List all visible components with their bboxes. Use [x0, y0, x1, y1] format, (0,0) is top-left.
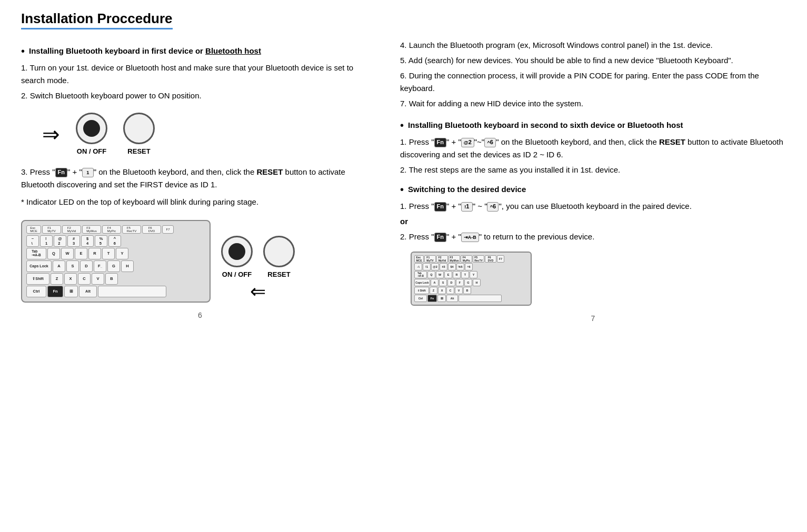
- s-g-key: G: [464, 279, 472, 286]
- s-f3-key: F3MyMus: [449, 255, 460, 263]
- section1-header-text: Installing Bluetooth keyboard in first d…: [29, 46, 261, 55]
- r-key: R: [88, 248, 101, 259]
- s-f4-key: F4MyPic: [461, 255, 472, 263]
- keyboard-img-left: EscMCE F1MyTV F2MyVid F3MyMus F4MyPic F5…: [21, 220, 211, 303]
- s-f6-key: F6DVD: [485, 255, 496, 263]
- onoff-button-bottom: ON / OFF: [221, 236, 253, 278]
- onoff-diagram-bottom-left: ON / OFF RESET ⇐: [221, 236, 295, 303]
- d-key: D: [80, 260, 93, 272]
- keyboard-illustration-right: EscMCE F1MyTV F2MyVid F3MyMus F4MyPic F5…: [411, 252, 786, 306]
- num1-key-s3: !1: [461, 202, 473, 212]
- s-h-key: H: [473, 279, 481, 286]
- f-key: F_: [94, 260, 106, 272]
- s-t-key: T: [461, 271, 469, 278]
- page-container: Installation Proccedure • Installing Blu…: [21, 11, 786, 323]
- main-layout: • Installing Bluetooth keyboard in first…: [21, 39, 786, 323]
- steps-4-7: 4. Launch the Bluetooth program (ex, Mic…: [400, 39, 786, 110]
- num3-key: #3: [67, 235, 80, 247]
- num2-key-s2: @2: [461, 138, 474, 147]
- reset-circle-bottom: [263, 236, 295, 267]
- s-num6-key: ^6: [465, 263, 473, 270]
- f1-key: F1MyTV: [42, 225, 61, 234]
- s-fn-key: Fn: [427, 295, 437, 302]
- onoff-inner-bottom: [228, 243, 245, 260]
- onoff-circle-inner: [83, 120, 100, 137]
- arrow-left-icon: ⇐: [250, 280, 266, 303]
- s-alt-key: Alt: [446, 295, 458, 302]
- s-num5-key: %5: [456, 263, 464, 270]
- reset-circle-top: [123, 113, 155, 144]
- onoff-outer-bottom: [221, 236, 253, 267]
- x-key: X: [64, 273, 77, 285]
- g-key: G: [107, 260, 120, 272]
- reset-label-top: RESET: [127, 147, 150, 155]
- v-key: V: [92, 273, 104, 285]
- section1-header: • Installing Bluetooth keyboard in first…: [21, 46, 379, 57]
- fn-key-s3-2: Fn: [434, 233, 446, 242]
- q-key: Q: [47, 248, 60, 259]
- num5-key: %5: [95, 235, 107, 247]
- f3-key: F3MyMus: [82, 225, 101, 234]
- fn-key-s3-1: Fn: [434, 202, 446, 212]
- reset-button-top: RESET: [123, 113, 155, 155]
- f2-key: F2MyVid: [62, 225, 81, 234]
- reset-button-bottom: RESET: [263, 236, 295, 278]
- s-f1-key: F1MyTV: [424, 255, 436, 263]
- page-title: Installation Proccedure: [21, 11, 173, 29]
- s-key: S: [66, 260, 79, 272]
- s-y-key: Y: [470, 271, 477, 278]
- caps-lock-key: Caps Lock: [26, 260, 52, 272]
- left-column: • Installing Bluetooth keyboard in first…: [21, 39, 379, 323]
- s-c-key: C: [446, 287, 454, 294]
- s-ctrl-key: Ctrl: [414, 295, 427, 302]
- onoff-label-top: ON / OFF: [77, 147, 106, 155]
- a-key: A: [53, 260, 65, 272]
- onoff-label-bottom: ON / OFF: [222, 270, 252, 278]
- fn-key-s2-1: Fn: [434, 138, 446, 147]
- s-caps-key: Caps Lock: [414, 279, 430, 286]
- f6-key: F6DVD: [142, 225, 161, 234]
- e-key: E: [75, 248, 87, 259]
- z-key: Z: [51, 273, 63, 285]
- s-z-key: Z: [430, 287, 437, 294]
- section3-header: • Switching to the desired device: [400, 185, 786, 196]
- s-space-key: [459, 295, 502, 302]
- ctrl-key: Ctrl: [26, 286, 46, 297]
- s-a-key: A: [431, 279, 439, 286]
- s-x-key: X: [438, 287, 446, 294]
- num6-key-s2: ^6: [484, 138, 496, 147]
- s-r-key: R: [453, 271, 461, 278]
- s-shift-key: ⇧Shift: [414, 287, 429, 294]
- arrow-right-icon: ⇒: [42, 122, 60, 146]
- s-tab-key: Tab⇥A-B: [414, 271, 427, 278]
- num1-key-inline: 1: [82, 168, 94, 177]
- shift-key: ⇧Shift: [26, 273, 49, 285]
- section2-header-text: Installing Bluetooth keyboard in second …: [408, 121, 683, 129]
- s-s-key: S: [439, 279, 447, 286]
- num6-key-s3: ^6: [487, 202, 499, 212]
- num6-key: ^6: [108, 235, 121, 247]
- s-win-key: ⊞: [437, 295, 446, 302]
- onoff-button-top: ON / OFF: [76, 113, 107, 155]
- f7-key: F7: [162, 225, 174, 234]
- s-num2-key: @2: [431, 263, 439, 270]
- s-f2-key: F2MyVid: [436, 255, 448, 263]
- s-num3-key: #3: [440, 263, 447, 270]
- tab-key: Tab⇥A-B: [26, 248, 46, 259]
- keyboard-small-right: EscMCE F1MyTV F2MyVid F3MyMus F4MyPic F5…: [411, 252, 532, 306]
- f5-key: F5RecTV: [122, 225, 141, 234]
- right-column: 4. Launch the Bluetooth program (ex, Mic…: [400, 39, 786, 323]
- s-tilde-key: ~\: [414, 263, 422, 270]
- keyboard-illustration-left: EscMCE F1MyTV F2MyVid F3MyMus F4MyPic F5…: [21, 220, 211, 303]
- fn-key-inline: Fn: [55, 168, 67, 177]
- num2-key: @2: [54, 235, 66, 247]
- space-key: [98, 286, 166, 297]
- section2-header: • Installing Bluetooth keyboard in secon…: [400, 121, 786, 132]
- bullet-dot-2: •: [400, 119, 404, 132]
- steps-section2: 1. Press "Fn" + "@2"~"^6" on the Bluetoo…: [400, 136, 786, 176]
- step-1: 1. Turn on your 1st. device or Bluetooth…: [21, 62, 379, 102]
- s-f7-key: F7: [497, 255, 504, 263]
- s-q-key: Q: [427, 271, 435, 278]
- s-b-key: B: [463, 287, 471, 294]
- s-w-key: W: [436, 271, 444, 278]
